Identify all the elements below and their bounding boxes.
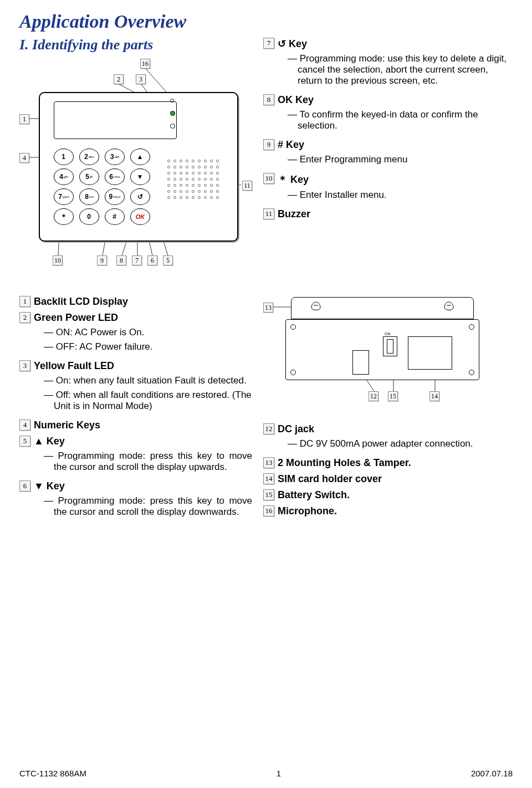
- key-7: 7pqrs: [54, 188, 74, 205]
- callout-15: 15: [388, 391, 398, 401]
- item-title: Numeric Keys: [34, 419, 252, 431]
- item-title: OK Key: [278, 94, 513, 106]
- screw-icon: [469, 324, 474, 330]
- back-figure: 13 12 15 14: [263, 291, 496, 419]
- item-13: 132 Mounting Holes & Tamper.: [263, 457, 513, 469]
- item-title: Buzzer: [278, 208, 513, 220]
- item-sub: ON: AC Power is On.: [44, 327, 252, 338]
- item-number: 15: [263, 489, 274, 500]
- item-title: SIM card holder cover: [278, 473, 513, 485]
- item-sub: Off: when all fault conditions are resto…: [44, 390, 252, 412]
- item-sub: On: when any fault situation Fault is de…: [44, 375, 252, 386]
- mounting-hole-left: [308, 301, 324, 313]
- item-title: # Key: [278, 139, 513, 151]
- item-15: 15Battery Switch.: [263, 489, 513, 501]
- item-number: 2: [19, 312, 30, 323]
- item-sub: Enter Programming menu: [288, 154, 513, 165]
- screw-icon: [290, 370, 296, 375]
- item-title: ↺ Key: [278, 38, 513, 50]
- item-6: 6▼ KeyProgramming mode: press this key t…: [19, 480, 252, 521]
- device-panel: 12abc3def▲4ghi5jkl6mno▼7pqrs8tuv9wxyz↺＊0…: [39, 92, 238, 242]
- section-heading: I. Identifying the parts: [19, 37, 252, 53]
- item-title: Backlit LCD Display: [34, 296, 252, 308]
- key-0: 0: [79, 208, 99, 225]
- callout-4: 4: [19, 153, 29, 163]
- screw-icon: [290, 324, 296, 330]
- key-↺: ↺: [130, 188, 150, 205]
- item-sub: OFF: AC Power failure.: [44, 341, 252, 352]
- item-number: 14: [263, 473, 274, 484]
- callout-6: 6: [147, 255, 157, 265]
- key-▼: ▼: [130, 168, 150, 185]
- item-11: 11Buzzer: [263, 208, 513, 220]
- item-number: 5: [19, 436, 30, 447]
- page-footer: CTC-1132 868AM 1 2007.07.18: [19, 769, 513, 778]
- item-title: ＊ Key: [278, 173, 513, 186]
- speaker-grill: [167, 160, 228, 204]
- item-sub: Programming mode: press this key to move…: [44, 495, 252, 518]
- callout-14: 14: [429, 391, 439, 401]
- lcd-display: [54, 101, 177, 139]
- item-10: 10＊ KeyEnter Installer menu.: [263, 173, 513, 204]
- item-number: 6: [19, 480, 30, 492]
- back-top-edge: [291, 297, 474, 319]
- key-3: 3def: [105, 149, 125, 165]
- callout-7: 7: [132, 255, 142, 265]
- key-5: 5jkl: [79, 168, 99, 185]
- item-14: 14SIM card holder cover: [263, 473, 513, 485]
- item-number: 9: [263, 139, 274, 150]
- item-7: 7↺ KeyProgramming mode: use this key to …: [263, 38, 513, 90]
- footer-model: CTC-1132 868AM: [19, 769, 86, 778]
- callout-3: 3: [136, 74, 146, 84]
- key-▲: ▲: [130, 149, 150, 165]
- item-title: ▼ Key: [34, 480, 252, 492]
- back-body: ON: [285, 319, 479, 380]
- callout-5: 5: [163, 255, 173, 265]
- item-12: 12DC jackDC 9V 500mA power adapter conne…: [263, 423, 513, 453]
- item-number: 13: [263, 457, 274, 468]
- item-4: 4Numeric Keys: [19, 419, 252, 431]
- yellow-led: [170, 124, 175, 129]
- green-led: [170, 111, 175, 116]
- key-#: #: [105, 208, 125, 225]
- callout-13: 13: [263, 303, 273, 313]
- dc-jack-recess: [352, 350, 369, 375]
- item-number: 11: [263, 208, 274, 219]
- page-title: Application Overview: [19, 11, 513, 32]
- item-sub: Programming mode: press this key to move…: [44, 451, 252, 473]
- item-sub: Enter Installer menu.: [288, 190, 513, 201]
- keypad-figure: 16 2 3 1 4 11 10 9 8 7 6 5: [19, 59, 252, 275]
- item-title: Battery Switch.: [278, 489, 513, 501]
- item-sub: DC 9V 500mA power adapter connection.: [288, 438, 513, 449]
- key-＊: ＊: [54, 208, 74, 225]
- item-number: 4: [19, 419, 30, 431]
- keypad-grid: 12abc3def▲4ghi5jkl6mno▼7pqrs8tuv9wxyz↺＊0…: [54, 149, 150, 225]
- item-title: Yellow Fault LED: [34, 360, 252, 372]
- item-1: 1Backlit LCD Display: [19, 296, 252, 308]
- key-OK: OK: [130, 208, 150, 225]
- sim-cover: [408, 336, 452, 370]
- microphone-hole: [170, 99, 174, 103]
- key-8: 8tuv: [79, 188, 99, 205]
- item-number: 1: [19, 296, 30, 307]
- item-title: Microphone.: [278, 505, 513, 517]
- callout-11: 11: [242, 181, 252, 191]
- item-number: 12: [263, 423, 274, 434]
- footer-page: 1: [277, 769, 281, 778]
- item-sub: Programming mode: use this key to delete…: [288, 53, 513, 86]
- item-title: DC jack: [278, 423, 513, 435]
- item-5: 5▲ KeyProgramming mode: press this key t…: [19, 436, 252, 476]
- item-title: Green Power LED: [34, 312, 252, 324]
- key-9: 9wxyz: [105, 188, 125, 205]
- key-6: 6mno: [105, 168, 125, 185]
- callout-9: 9: [97, 255, 107, 265]
- item-number: 8: [263, 94, 274, 105]
- callout-12: 12: [369, 391, 378, 401]
- key-2: 2abc: [79, 149, 99, 165]
- mounting-hole-right: [441, 301, 457, 313]
- item-number: 3: [19, 360, 30, 371]
- item-number: 16: [263, 505, 274, 516]
- callout-2: 2: [114, 74, 124, 84]
- item-number: 10: [263, 173, 274, 184]
- key-1: 1: [54, 149, 74, 165]
